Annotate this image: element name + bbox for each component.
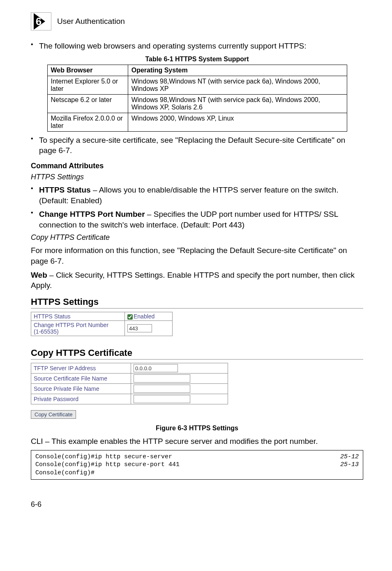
https-support-table: Web Browser Operating System Internet Ex…	[47, 65, 347, 132]
table-row: Change HTTPS Port Number (1-65535)	[31, 321, 173, 336]
table-cell: Internet Explorer 5.0 or later	[47, 76, 128, 94]
port-number-cell	[125, 321, 173, 336]
https-status-text: HTTPS Status – Allows you to enable/disa…	[39, 185, 363, 206]
table-cell: Windows 98,Windows NT (with service pack…	[128, 94, 347, 113]
table-caption: Table 6-1 HTTPS System Support	[31, 56, 363, 63]
enabled-label: Enabled	[134, 313, 154, 320]
tftp-ip-label: TFTP Server IP Address	[31, 363, 131, 374]
bullet-dot-icon: •	[31, 185, 39, 206]
chapter-badge: 6	[31, 12, 51, 30]
change-port-bullet: • Change HTTPS Port Number – Specifies t…	[31, 209, 363, 230]
port-label-line2: (1-65535)	[34, 328, 59, 335]
table-cell: Netscape 6.2 or later	[47, 94, 128, 113]
chapter-number: 6	[36, 15, 42, 28]
intro-bullet-text: The following web browsers and operating…	[39, 41, 307, 51]
cli-cmd: Console(config)#ip http secure-server	[35, 453, 172, 461]
copy-cert-subheading: Copy HTTPS Certificate	[31, 233, 363, 242]
table-row: Source Private File Name	[31, 384, 228, 394]
table-header: Operating System	[128, 65, 347, 76]
cli-line: Console(config)#ip http secure-port 4412…	[35, 461, 359, 469]
tftp-ip-cell	[131, 363, 228, 374]
web-bold: Web	[31, 271, 47, 279]
cli-ref: 25-13	[340, 461, 359, 469]
table-row: Private Password	[31, 394, 228, 404]
page-header: 6 User Authentication	[31, 12, 363, 30]
cli-ref: 25-12	[340, 453, 359, 461]
bullet-bold: HTTPS Status	[39, 186, 91, 194]
copy-cert-para: For more information on this function, s…	[31, 245, 363, 266]
cli-output-box: Console(config)#ip http secure-server25-…	[31, 450, 363, 480]
table-row: Source Certificate File Name	[31, 374, 228, 384]
port-label-line1: Change HTTPS Port Number	[34, 322, 108, 328]
table-cell: Windows 2000, Windows XP, Linux	[128, 113, 347, 131]
table-row: TFTP Server IP Address	[31, 363, 228, 374]
bullet-bold: Change HTTPS Port Number	[39, 210, 145, 218]
https-status-label: HTTPS Status	[31, 312, 125, 321]
page-number: 6-6	[31, 500, 363, 509]
source-priv-input[interactable]	[134, 385, 190, 393]
source-priv-cell	[131, 384, 228, 394]
private-password-cell	[131, 394, 228, 404]
bullet-dot-icon: •	[31, 209, 39, 230]
tftp-ip-input[interactable]	[134, 364, 178, 372]
copy-cert-heading: Copy HTTPS Certificate	[31, 348, 363, 358]
table-row: Internet Explorer 5.0 or later Windows 9…	[47, 76, 347, 94]
source-priv-label: Source Private File Name	[31, 384, 131, 394]
secure-site-text: To specify a secure-site certificate, se…	[39, 135, 363, 156]
copy-certificate-button[interactable]: Copy Certificate	[31, 410, 76, 419]
https-status-cell: Enabled	[125, 312, 173, 321]
private-password-input[interactable]	[134, 395, 190, 403]
https-settings-form: HTTPS Status Enabled Change HTTPS Port N…	[31, 312, 173, 336]
https-settings-heading: HTTPS Settings	[31, 297, 363, 307]
command-attributes-heading: Command Attributes	[31, 162, 363, 170]
table-cell: Mozilla Firefox 2.0.0.0 or later	[47, 113, 128, 131]
cli-line: Console(config)#ip http secure-server25-…	[35, 453, 359, 461]
web-rest: – Click Security, HTTPS Settings. Enable…	[31, 271, 355, 290]
figure-caption: Figure 6-3 HTTPS Settings	[31, 425, 363, 432]
cli-cmd: Console(config)#	[35, 469, 95, 477]
bullet-dot-icon: •	[31, 135, 39, 156]
cli-cmd: Console(config)#ip http secure-port 441	[35, 461, 180, 469]
change-port-text: Change HTTPS Port Number – Specifies the…	[39, 209, 363, 230]
web-instructions: Web – Click Security, HTTPS Settings. En…	[31, 270, 363, 291]
cli-intro: CLI – This example enables the HTTP secu…	[31, 436, 363, 447]
secure-site-bullet: • To specify a secure-site certificate, …	[31, 135, 363, 156]
private-password-label: Private Password	[31, 394, 131, 404]
port-number-input[interactable]	[127, 324, 152, 332]
table-row: Netscape 6.2 or later Windows 98,Windows…	[47, 94, 347, 113]
source-cert-input[interactable]	[134, 374, 190, 383]
intro-bullet: • The following web browsers and operati…	[31, 41, 363, 51]
https-status-checkbox[interactable]	[127, 314, 133, 320]
divider	[31, 359, 363, 360]
table-header: Web Browser	[47, 65, 128, 76]
https-status-bullet: • HTTPS Status – Allows you to enable/di…	[31, 185, 363, 206]
bullet-dot-icon: •	[31, 41, 39, 51]
https-settings-screenshot: HTTPS Settings HTTPS Status Enabled Chan…	[31, 297, 363, 419]
header-title: User Authentication	[57, 17, 125, 26]
divider	[31, 308, 363, 309]
cli-line: Console(config)#	[35, 469, 359, 477]
table-cell: Windows 98,Windows NT (with service pack…	[128, 76, 347, 94]
table-row: Mozilla Firefox 2.0.0.0 or later Windows…	[47, 113, 347, 131]
port-number-label: Change HTTPS Port Number (1-65535)	[31, 321, 125, 336]
table-row: HTTPS Status Enabled	[31, 312, 173, 321]
copy-cert-form: TFTP Server IP Address Source Certificat…	[31, 363, 228, 404]
table-header-row: Web Browser Operating System	[47, 65, 347, 76]
source-cert-cell	[131, 374, 228, 384]
source-cert-label: Source Certificate File Name	[31, 374, 131, 384]
https-settings-subheading: HTTPS Settings	[31, 173, 363, 181]
